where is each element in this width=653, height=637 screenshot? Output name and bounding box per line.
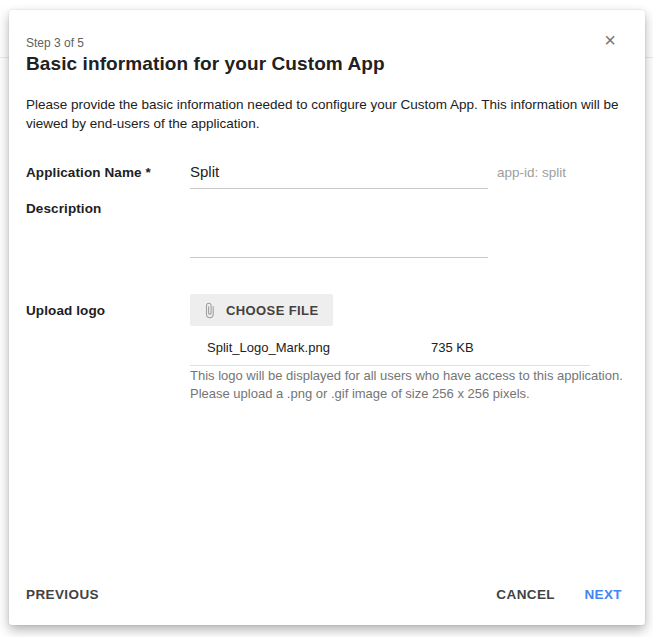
uploaded-file-name: Split_Logo_Mark.png: [207, 340, 413, 355]
description-input[interactable]: [190, 230, 488, 258]
dialog-intro-text: Please provide the basic information nee…: [26, 95, 624, 133]
next-button[interactable]: NEXT: [584, 585, 622, 604]
uploaded-file-row: Split_Logo_Mark.png 735 KB: [190, 340, 590, 366]
previous-button[interactable]: PREVIOUS: [26, 585, 99, 604]
choose-file-button-label: CHOOSE FILE: [226, 303, 319, 318]
upload-logo-label: Upload logo: [26, 303, 105, 318]
application-name-input[interactable]: [190, 162, 488, 189]
choose-file-button[interactable]: CHOOSE FILE: [190, 294, 333, 326]
custom-app-dialog: Step 3 of 5 × Basic information for your…: [9, 10, 645, 625]
step-indicator: Step 3 of 5: [26, 36, 84, 50]
app-id-hint: app-id: split: [497, 165, 566, 180]
description-label: Description: [26, 201, 101, 216]
uploaded-file-size: 735 KB: [431, 340, 474, 355]
application-name-label: Application Name *: [26, 165, 151, 180]
attach-file-icon: [201, 302, 218, 319]
cancel-button[interactable]: CANCEL: [496, 585, 555, 604]
upload-logo-helper-text: This logo will be displayed for all user…: [190, 367, 627, 402]
dialog-title: Basic information for your Custom App: [26, 53, 385, 75]
close-icon[interactable]: ×: [599, 29, 621, 51]
